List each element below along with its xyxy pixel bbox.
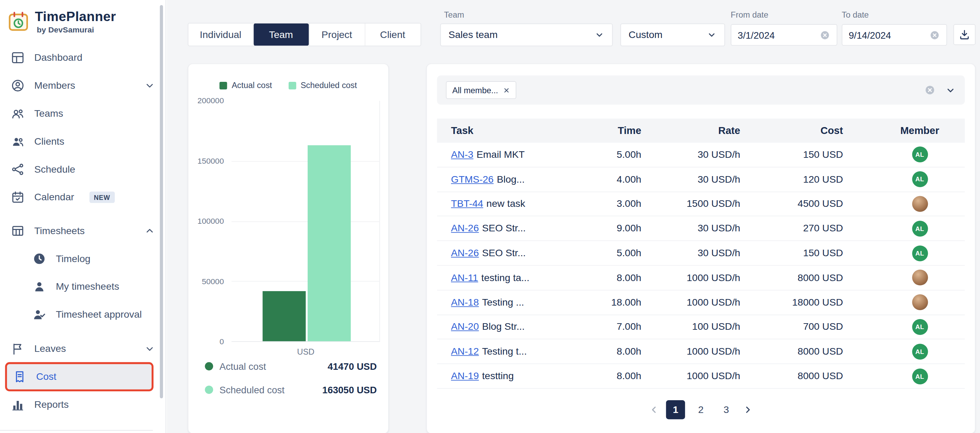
gridline (231, 161, 379, 162)
page-button-3[interactable]: 3 (717, 400, 736, 419)
cost-table-card: All membe... Task Time Rate (426, 64, 975, 433)
teams-icon (10, 106, 25, 121)
page-next-icon[interactable] (742, 404, 754, 415)
y-tick: 150000 (189, 157, 224, 166)
sidebar-divider (0, 430, 153, 431)
clear-icon[interactable] (929, 29, 940, 40)
cost-cell: 8000 USD (740, 346, 843, 357)
sidebar-item-teams[interactable]: Teams (0, 99, 165, 127)
time-cell: 8.00h (559, 346, 641, 357)
sidebar-item-timesheet-approval[interactable]: Timesheet approval (0, 301, 165, 329)
cost-cell: 150 USD (740, 149, 843, 160)
close-icon[interactable] (503, 87, 510, 94)
task-link[interactable]: AN-12 (451, 346, 479, 357)
task-cell: GTMS-26Blog... (437, 174, 559, 185)
page-button-1[interactable]: 1 (666, 400, 685, 419)
sidebar-item-leaves[interactable]: Leaves (0, 335, 165, 363)
task-title: testing ta... (481, 272, 529, 283)
task-link[interactable]: GTMS-26 (451, 174, 493, 185)
sidebar-item-calendar[interactable]: Calendar NEW (0, 183, 165, 211)
task-link[interactable]: AN-26 (451, 223, 479, 233)
chip-label: All membe... (452, 85, 498, 95)
team-select[interactable]: Sales team (440, 24, 613, 46)
cost-chart-card: Actual cost Scheduled cost 200000 150000… (188, 64, 389, 433)
clear-icon[interactable] (924, 84, 935, 96)
avatar-photo (912, 270, 928, 285)
legend-swatch (289, 81, 296, 89)
task-link[interactable]: AN-20 (451, 321, 479, 332)
rate-cell: 100 USD/h (641, 321, 740, 333)
app-window: TimePlanner by DevSamurai Dashboard Memb… (0, 0, 980, 433)
task-cell: TBT-44new task (437, 198, 559, 210)
time-cell: 9.00h (559, 223, 641, 234)
y-tick: 200000 (189, 96, 224, 105)
tab-individual[interactable]: Individual (189, 24, 253, 46)
column-header-cost: Cost (740, 125, 843, 136)
sidebar: TimePlanner by DevSamurai Dashboard Memb… (0, 0, 166, 433)
avatar: AL (912, 245, 928, 261)
table-row: AN-26SEO Str... 9.00h 30 USD/h 270 USD A… (437, 216, 965, 241)
task-link[interactable]: AN-11 (451, 272, 478, 283)
sidebar-scrollbar[interactable] (160, 5, 163, 398)
avatar: AL (912, 147, 928, 162)
from-date-value: 3/1/2024 (738, 29, 775, 40)
task-link[interactable]: TBT-44 (451, 198, 483, 209)
page-button-2[interactable]: 2 (691, 400, 710, 419)
sidebar-item-label: Dashboard (34, 52, 82, 64)
sidebar-item-dashboard[interactable]: Dashboard (0, 44, 165, 72)
member-filter-chip[interactable]: All membe... (446, 81, 516, 99)
export-download-button[interactable] (953, 24, 975, 45)
y-tick: 50000 (189, 277, 224, 286)
sidebar-item-label: Leaves (34, 343, 66, 355)
range-select[interactable]: Custom (620, 24, 725, 46)
scheduled-cost-bar (308, 145, 351, 342)
task-cell: AN-12Testing t... (437, 346, 559, 357)
member-filter-bar[interactable]: All membe... (437, 76, 965, 105)
chevron-down-icon (144, 80, 155, 91)
member-cell: AL (843, 368, 965, 384)
sidebar-item-timelog[interactable]: Timelog (0, 245, 165, 273)
team-select-value: Sales team (449, 29, 498, 40)
page-prev-icon[interactable] (648, 404, 660, 415)
member-cell: AL (843, 245, 965, 261)
tab-client[interactable]: Client (364, 24, 420, 46)
from-date-input[interactable]: 3/1/2024 (731, 24, 837, 46)
chevron-down-icon[interactable] (945, 84, 956, 95)
task-link[interactable]: AN-26 (451, 248, 479, 258)
summary-label: Scheduled cost (220, 384, 285, 395)
to-date-label: To date (842, 10, 869, 20)
rate-cell: 1000 USD/h (641, 297, 740, 308)
sidebar-item-timesheets[interactable]: Timesheets (0, 217, 165, 245)
tab-team[interactable]: Team (253, 24, 309, 46)
table-row: AN-3Email MKT 5.00h 30 USD/h 150 USD AL (437, 143, 965, 167)
to-date-input[interactable]: 9/14/2024 (842, 24, 947, 46)
sidebar-item-label: Calendar (34, 192, 74, 203)
download-icon (959, 29, 970, 41)
dashboard-icon (10, 50, 25, 65)
sidebar-item-reports[interactable]: Reports (0, 391, 165, 419)
chart-legend: Actual cost Scheduled cost (189, 80, 388, 90)
task-link[interactable]: AN-3 (451, 149, 473, 159)
sidebar-item-label: Teams (34, 108, 63, 119)
sidebar-item-cost[interactable]: Cost (7, 364, 151, 389)
cost-cell: 4500 USD (740, 198, 843, 210)
app-byline: by DevSamurai (37, 25, 116, 34)
sidebar-item-my-timesheets[interactable]: My timesheets (0, 273, 165, 301)
task-cell: AN-3Email MKT (437, 149, 559, 160)
task-link[interactable]: AN-19 (451, 371, 479, 381)
clear-icon[interactable] (819, 29, 830, 40)
chevron-down-icon (144, 343, 155, 355)
sidebar-item-schedule[interactable]: Schedule (0, 155, 165, 183)
rate-cell: 1000 USD/h (641, 371, 740, 382)
task-cell: AN-19testting (437, 371, 559, 382)
task-link[interactable]: AN-18 (451, 297, 479, 307)
table-row: TBT-44new task 3.00h 1500 USD/h 4500 USD (437, 192, 965, 216)
tab-project[interactable]: Project (309, 24, 365, 46)
column-header-rate: Rate (641, 125, 740, 136)
sidebar-item-clients[interactable]: Clients (0, 127, 165, 155)
rate-cell: 30 USD/h (641, 174, 740, 185)
cost-icon (12, 369, 27, 384)
avatar-photo (912, 295, 928, 310)
sidebar-item-members[interactable]: Members (0, 72, 165, 100)
task-title: new task (487, 198, 525, 209)
